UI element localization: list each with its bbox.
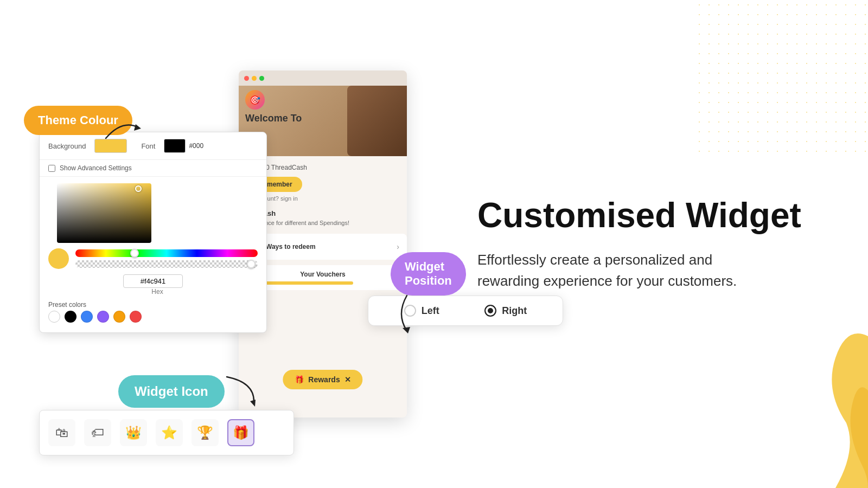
preset-red[interactable]	[130, 311, 142, 323]
rewards-gift-icon: 🎁	[295, 375, 304, 384]
rewards-close-icon[interactable]: ✕	[344, 375, 351, 384]
cp-bg-label: Background	[48, 142, 86, 150]
browser-section-title: eadCash	[246, 209, 399, 217]
yellow-wave-decoration	[716, 282, 868, 488]
cp-gradient-picker[interactable]	[57, 183, 151, 243]
cp-controls	[40, 243, 266, 274]
cp-hex-label: Hex	[151, 288, 163, 296]
cp-header: Background Font #000	[40, 132, 266, 160]
page-title: Customised Widget	[477, 196, 825, 234]
browser-vouchers-title: Your Vouchers	[246, 271, 399, 278]
cp-hue-handle[interactable]	[130, 249, 139, 258]
browser-title-bar	[239, 70, 407, 86]
preset-black[interactable]	[65, 311, 76, 323]
cp-hex-section: Hex	[48, 274, 258, 298]
rewards-button[interactable]: 🎁 Rewards ✕	[283, 370, 362, 389]
cp-font-swatch: #000	[164, 139, 203, 153]
preset-yellow[interactable]	[113, 311, 125, 323]
ip-icons-row: 🛍 🏷 👑 ⭐ 🏆 🎁	[48, 419, 285, 446]
position-right-option[interactable]: Right	[484, 305, 527, 317]
preset-white[interactable]	[48, 311, 60, 323]
cp-gradient-handle[interactable]	[135, 185, 142, 192]
browser-welcome-text: Welcome To	[245, 113, 302, 124]
browser-logo-icon: 🎯	[245, 90, 265, 110]
icon-star[interactable]: ⭐	[156, 419, 183, 446]
cp-advanced-checkbox[interactable]	[48, 165, 55, 172]
theme-arrow	[100, 117, 144, 144]
left-panel: Theme Colour Background Font #000 Show A…	[0, 0, 434, 488]
cp-preset-colors	[40, 311, 266, 327]
widget-icon-arrow	[221, 371, 259, 409]
widget-position-pill[interactable]: Widget Position	[391, 252, 466, 296]
browser-tagline: s get 20 ThreadCash	[246, 164, 399, 171]
cp-alpha-bar[interactable]	[75, 260, 258, 268]
cp-current-color	[48, 248, 69, 269]
icon-shopping-bag[interactable]: 🛍	[48, 419, 75, 446]
browser-logo: 🎯	[245, 90, 265, 110]
icon-tag[interactable]: 🏷	[84, 419, 111, 446]
svg-marker-0	[134, 124, 141, 131]
icon-picker-panel: 🛍 🏷 👑 ⭐ 🏆 🎁	[39, 410, 294, 455]
browser-hero-image	[347, 86, 407, 156]
cp-font-color-box[interactable]	[164, 139, 186, 153]
cp-font-hex: #000	[189, 142, 203, 150]
browser-dot-yellow	[252, 76, 257, 81]
position-right-label: Right	[502, 305, 527, 317]
icon-crown[interactable]: 👑	[120, 419, 147, 446]
cp-preset-label: Preset colors	[40, 298, 266, 311]
browser-dot-green	[259, 76, 264, 81]
cp-show-advanced: Show Advanced Settings	[40, 160, 266, 177]
radio-right[interactable]	[484, 305, 496, 317]
position-left-label: Left	[422, 305, 439, 317]
chevron-right-icon: ›	[397, 242, 399, 251]
browser-section-desc: at Balance for different and Spendings!	[246, 220, 399, 226]
cp-hue-bar[interactable]	[75, 249, 258, 257]
preset-blue[interactable]	[81, 311, 93, 323]
browser-dot-red	[244, 76, 249, 81]
widget-icon-pill[interactable]: Widget Icon	[118, 375, 225, 408]
icon-trophy[interactable]: 🏆	[192, 419, 219, 446]
color-picker-panel: Background Font #000 Show Advanced Setti…	[39, 132, 267, 333]
cp-advanced-label: Show Advanced Settings	[60, 164, 132, 172]
cp-sliders	[75, 249, 258, 268]
svg-marker-1	[250, 400, 256, 407]
ways-to-redeem-label: Ways to redeem	[266, 243, 316, 251]
cp-alpha-handle[interactable]	[247, 260, 256, 268]
svg-marker-2	[403, 327, 410, 333]
icon-gift-active[interactable]: 🎁	[227, 419, 254, 446]
rewards-label: Rewards	[308, 375, 340, 384]
cp-hex-input[interactable]	[123, 274, 183, 288]
preset-purple[interactable]	[97, 311, 109, 323]
widget-position-arrow	[391, 293, 423, 336]
browser-signin: an account? sign in	[246, 195, 399, 202]
